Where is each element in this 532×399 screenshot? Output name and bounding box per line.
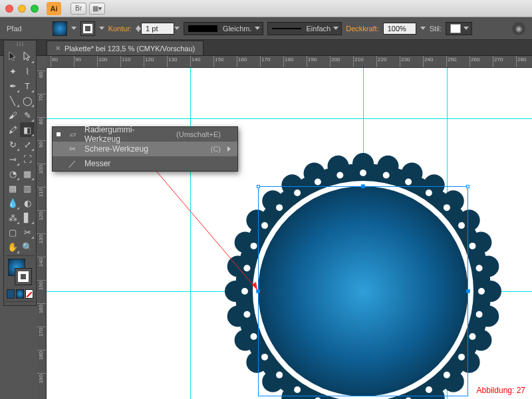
svg-point-23 — [304, 163, 325, 184]
stroke-weight-up[interactable] — [136, 25, 141, 29]
flyout-item-label: Schere-Werkzeug — [84, 144, 204, 154]
gradient-chip[interactable] — [16, 289, 24, 299]
opacity-dropdown[interactable] — [420, 27, 426, 30]
rotate-tool[interactable]: ↻ — [5, 137, 20, 152]
control-bar-menu[interactable]: ◉ — [512, 22, 525, 35]
svg-point-63 — [469, 243, 475, 249]
svg-point-34 — [476, 311, 483, 318]
slice-tool[interactable]: ✂ — [20, 225, 35, 239]
shape-builder-tool[interactable]: ◔ — [5, 166, 20, 181]
flyout-item-eraser[interactable]: ▱Radiergummi-Werkzeug(Umschalt+E) — [53, 127, 237, 142]
pencil-tool[interactable]: ✎ — [20, 108, 35, 122]
document-tab-bar: ✕ Plakette* bei 123,5 % (CMYK/Vorschau) — [0, 40, 532, 56]
ruler-vertical[interactable]: 60708090100110120130140150160170180190 — [37, 68, 47, 399]
opacity-label[interactable]: Deckkraft: — [346, 25, 379, 33]
eraser-icon: ▱ — [67, 130, 78, 139]
document-tab-label: Plakette* bei 123,5 % (CMYK/Vorschau) — [65, 45, 195, 53]
none-chip[interactable] — [25, 289, 33, 299]
flyout-item-label: Radiergummi-Werkzeug — [84, 125, 170, 144]
chevron-right-icon — [227, 146, 231, 152]
lasso-tool[interactable]: ⌇ — [20, 64, 35, 78]
artboard-tool[interactable]: ▢ — [5, 225, 20, 239]
flyout-item-shortcut: (Umschalt+E) — [176, 130, 221, 138]
anchor-point[interactable] — [257, 290, 260, 293]
brush-def-dropdown[interactable]: Einfach — [267, 22, 342, 35]
bridge-button[interactable]: Br — [70, 3, 86, 15]
svg-point-50 — [243, 265, 250, 271]
eraser-tool[interactable]: ◧ — [20, 122, 35, 137]
selection-handle[interactable] — [257, 185, 260, 188]
gradient-tool[interactable]: ▥ — [20, 181, 35, 196]
stroke-swatch[interactable] — [80, 21, 95, 36]
control-bar: Pfad Kontur: 1 pt Gleichm. Einfach Deckk… — [0, 17, 532, 40]
magic-wand-tool[interactable]: ✦ — [5, 64, 20, 78]
paintbrush-tool[interactable]: 🖌 — [5, 108, 20, 122]
stroke-weight-input[interactable]: 1 pt — [141, 23, 174, 35]
close-tab-icon[interactable]: ✕ — [55, 45, 61, 52]
svg-point-59 — [405, 179, 412, 186]
mesh-tool[interactable]: ▩ — [5, 181, 20, 196]
selection-type-label: Pfad — [7, 25, 22, 33]
current-tool-indicator — [57, 132, 61, 136]
symbol-sprayer-tool[interactable]: ⁂ — [5, 210, 20, 225]
svg-point-31 — [470, 232, 491, 253]
svg-point-33 — [478, 288, 485, 295]
flyout-item-scissors[interactable]: ✂Schere-Werkzeug(C) — [53, 142, 237, 156]
flyout-item-knife[interactable]: ／Messer — [53, 156, 237, 171]
svg-point-64 — [476, 265, 483, 271]
pen-tool[interactable]: ✒ — [5, 78, 20, 93]
blend-tool[interactable]: ◐ — [20, 196, 35, 210]
opacity-input[interactable]: 100% — [383, 23, 416, 35]
stroke-dropdown-arrow[interactable] — [99, 27, 104, 30]
zoom-window-button[interactable] — [31, 5, 39, 13]
flyout-item-shortcut: (C) — [211, 145, 221, 153]
fill-stroke-control[interactable] — [7, 257, 33, 287]
document-tab[interactable]: ✕ Plakette* bei 123,5 % (CMYK/Vorschau) — [47, 41, 203, 55]
anchor-point[interactable] — [467, 290, 470, 293]
canvas[interactable]: Abbildung: 27 — [47, 68, 532, 399]
selection-tool[interactable] — [5, 49, 20, 64]
svg-point-47 — [251, 333, 257, 340]
stroke-profile-dropdown[interactable]: Gleichm. — [184, 22, 263, 35]
width-tool[interactable]: ⊸ — [5, 152, 20, 166]
svg-point-56 — [336, 172, 343, 178]
close-window-button[interactable] — [5, 5, 13, 13]
svg-point-55 — [315, 179, 321, 186]
svg-point-48 — [243, 311, 250, 318]
perspective-grid-tool[interactable]: ▦ — [20, 166, 35, 181]
scale-tool[interactable]: ⤢ — [20, 137, 35, 152]
line-tool[interactable]: ╲ — [5, 93, 20, 108]
style-label: Stil: — [430, 25, 442, 33]
panel-grip[interactable] — [5, 43, 35, 48]
traffic-lights — [5, 5, 39, 13]
tool-flyout-menu: ▱Radiergummi-Werkzeug(Umschalt+E)✂Schere… — [52, 126, 238, 172]
anchor-point[interactable] — [362, 185, 365, 188]
ruler-horizontal[interactable]: 8090100110120130140150160170180190200210… — [47, 56, 532, 68]
blob-brush-tool[interactable]: 🖍 — [5, 122, 20, 137]
color-chip[interactable] — [7, 289, 15, 299]
fill-dropdown-arrow[interactable] — [71, 27, 76, 30]
zoom-tool[interactable]: 🔍 — [20, 239, 35, 254]
svg-point-27 — [401, 163, 422, 184]
fill-swatch[interactable] — [53, 21, 67, 36]
stroke-weight-down[interactable] — [136, 29, 141, 32]
hand-tool[interactable]: ✋ — [5, 239, 20, 254]
graph-tool[interactable]: ▋ — [20, 210, 35, 225]
scissors-icon: ✂ — [67, 144, 78, 154]
eyedropper-tool[interactable]: 💧 — [5, 196, 20, 210]
stroke-label[interactable]: Kontur: — [108, 25, 132, 33]
tools-panel: ✦ ⌇ ✒ T ╲ ◯ 🖌 ✎ 🖍 ◧ ↻ ⤢ ⊸ ⛶ ◔ ▦ ▩ ▥ 💧 ◐ … — [3, 40, 37, 306]
type-tool[interactable]: T — [20, 78, 35, 93]
stroke-weight-dropdown[interactable] — [174, 27, 180, 30]
ellipse-tool[interactable]: ◯ — [20, 93, 35, 108]
minimize-window-button[interactable] — [18, 5, 26, 13]
selection-handle[interactable] — [466, 185, 469, 188]
direct-selection-tool[interactable] — [20, 49, 35, 64]
svg-point-58 — [383, 172, 390, 178]
app-icon: Ai — [47, 2, 61, 15]
stroke-box[interactable] — [15, 268, 32, 285]
arrange-docs-button[interactable]: ▦▾ — [89, 3, 105, 15]
svg-point-15 — [235, 329, 256, 350]
graphic-style-dropdown[interactable] — [446, 22, 472, 35]
free-transform-tool[interactable]: ⛶ — [20, 152, 35, 166]
